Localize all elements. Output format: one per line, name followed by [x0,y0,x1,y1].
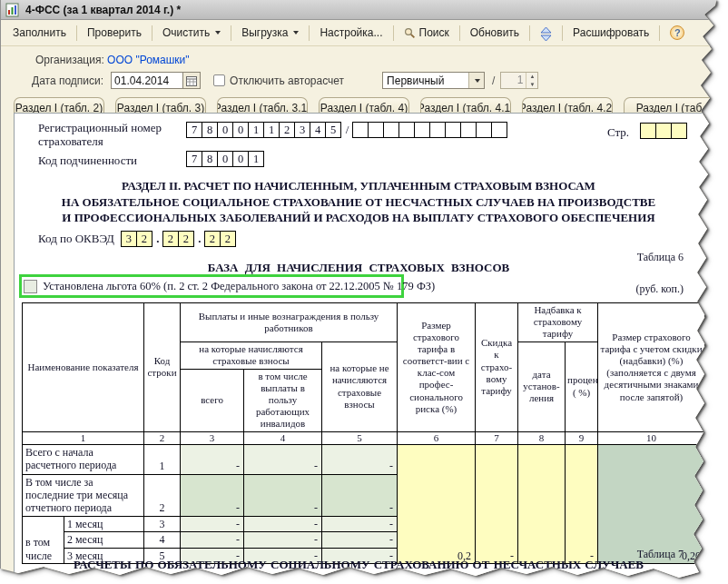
col-number: 3 [181,431,244,444]
sign-date-label: Дата подписи: [32,74,103,87]
organization-label: Организация: [35,54,104,66]
chevron-down-icon [293,31,299,35]
col-number: 6 [398,431,476,444]
benefit-label: Установлена льгота 60% (п. 2 ст. 2 Федер… [43,280,435,293]
surcharge-percent-cell[interactable]: - [566,444,598,563]
digit-cell[interactable]: 8 [202,122,218,138]
digit-cell[interactable]: 2 [279,122,295,138]
value-cell: - [244,474,322,516]
row-code: 3 [144,516,181,531]
header-surcharge-date: дата установ-ления [518,341,566,431]
tariff-class-cell[interactable]: 0,2 [398,444,476,563]
col-number: 1 [23,431,144,444]
subordination-code-label: Код подчиненности [38,153,137,168]
form-canvas: Регистрационный номер страхователя 7 8 0… [14,113,718,581]
digit-cell-empty[interactable] [491,122,507,138]
toolbar-separator [529,25,530,41]
digit-cell[interactable]: 1 [248,122,264,138]
col-number: 4 [244,431,322,444]
autocalc-checkbox[interactable] [213,74,225,86]
calendar-button[interactable] [183,72,201,89]
settings-button[interactable]: Настройка... [312,23,389,43]
value-cell: - [244,516,322,531]
header-discount: Скидка к страхо-вому тарифу [476,303,518,432]
digit-cell[interactable]: 4 [310,122,326,138]
digit-cell[interactable]: 7 [186,151,202,167]
page-label: Стр. [607,125,629,140]
combo-dropdown-button[interactable] [468,73,484,88]
digit-cell-empty[interactable] [414,122,430,138]
value-cell: - [322,532,398,548]
page-cell-empty[interactable] [655,123,672,139]
benefit-checkbox[interactable] [24,280,37,293]
col-number: 9 [566,431,598,444]
final-tariff-cell: 0,20 [598,444,705,563]
refresh-button[interactable]: Обновить [463,23,526,43]
header-surcharge-group: Надбавка к страховому тарифу [518,303,598,342]
digit-cell[interactable]: 0 [232,151,249,167]
okved-digit[interactable]: 2 [204,231,221,247]
digit-cell[interactable]: 5 [325,122,341,138]
check-button[interactable]: Проверить [80,23,149,43]
section2-heading-line2: НА ОБЯЗАТЕЛЬНОЕ СОЦИАЛЬНОЕ СТРАХОВАНИЕ О… [15,194,703,211]
okved-digit[interactable]: 2 [178,231,194,247]
help-button[interactable]: ? [663,22,692,44]
value-cell: - [322,474,398,516]
sign-date-input[interactable]: 01.04.2014 [111,72,183,89]
benefit-highlight-box: Установлена льгота 60% (п. 2 ст. 2 Федер… [19,274,404,298]
export-button[interactable]: Выгрузка [234,23,306,43]
page-cell-empty[interactable] [671,123,687,139]
report-type-select[interactable]: Первичный [382,72,485,89]
arrows-up-down-icon [540,27,552,39]
digit-cell[interactable]: 1 [248,151,264,167]
value-cell: - [322,516,398,531]
okved-digit[interactable]: 2 [220,231,236,247]
col-number: 7 [476,431,518,444]
decrypt-button[interactable]: Расшифровать [566,23,656,43]
digit-cell[interactable]: 7 [186,122,202,138]
okved-digit[interactable]: 2 [162,231,179,247]
digit-cell-empty[interactable] [476,122,492,138]
okved-digit[interactable]: 2 [136,231,152,247]
section2-heading: РАЗДЕЛ II. РАСЧЕТ ПО НАЧИСЛЕННЫМ, УПЛАЧЕ… [15,178,703,226]
row-label: 1 месяц [64,516,144,531]
digit-cell-empty[interactable] [460,122,477,138]
header-not-accrued: на которые не начисляются страховые взно… [322,341,398,431]
digit-cell-empty[interactable] [383,122,399,138]
revision-value: 1 [501,73,526,88]
digit-cell-empty[interactable] [352,122,369,138]
value-cell: - [181,474,244,516]
digit-cell-empty[interactable] [445,122,461,138]
section2-heading-line1: РАЗДЕЛ II. РАСЧЕТ ПО НАЧИСЛЕННЫМ, УПЛАЧЕ… [15,178,703,194]
revision-spinner[interactable]: 1 ▲ ▼ [500,72,538,89]
row-code: 1 [144,444,181,474]
digit-cell-empty[interactable] [429,122,446,138]
search-button[interactable]: Поиск [397,23,457,43]
organization-row: Организация: ООО "Ромашки" [35,54,717,66]
organization-link[interactable]: ООО "Ромашки" [107,54,190,66]
digit-cell[interactable]: 1 [263,122,280,138]
page-cell-empty[interactable] [640,123,656,139]
sort-updown-button[interactable] [533,24,559,43]
digit-cell[interactable]: 0 [217,151,233,167]
digit-cell[interactable]: 0 [232,122,249,138]
discount-cell[interactable]: - [476,444,518,563]
header-tariff-class: Размер страхового тарифа в соответст-вии… [398,303,476,432]
value-cell: - [181,516,244,531]
digit-cell-empty[interactable] [398,122,415,138]
header-total: всего [181,369,244,431]
digit-cell[interactable]: 0 [217,122,233,138]
fill-button[interactable]: Заполнить [5,23,74,43]
table7-title: РАСЧЕТЫ ПО ОБЯЗАТЕЛЬНОМУ СОЦИАЛЬНОМУ СТР… [15,558,703,572]
okved-digit[interactable]: 3 [121,231,137,247]
row-label: Всего с начала расчетного периода [23,444,144,474]
surcharge-date-cell[interactable] [518,444,566,563]
digit-cell-empty[interactable] [368,122,384,138]
spin-up-icon[interactable]: ▲ [526,73,537,81]
okved-row: Код по ОКВЭД 3 2 . 2 2 . 2 2 [38,231,236,247]
digit-cell[interactable]: 8 [202,151,218,167]
digit-cell[interactable]: 3 [294,122,310,138]
spin-down-icon[interactable]: ▼ [526,81,537,89]
header-code: Код строки [144,303,181,432]
clear-button[interactable]: Очистить [155,23,228,43]
